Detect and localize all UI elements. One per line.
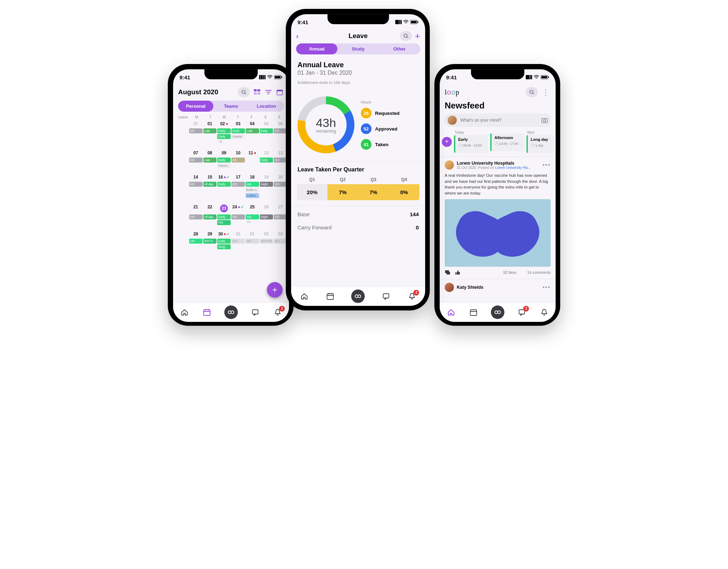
tab-personal[interactable]: Personal [178, 101, 213, 112]
calendar-day[interactable]: 31 [231, 230, 245, 238]
shift-pill[interactable]: Early [260, 128, 273, 133]
calendar-grid[interactable]: 31010203040506DOLateEarlyEarlyLateEarlyD… [173, 120, 289, 249]
add-fab[interactable]: + [267, 282, 283, 298]
shift-pill[interactable]: AM [189, 239, 203, 244]
calendar-day[interactable]: 04 [245, 120, 259, 128]
shift-pill[interactable]: DO [189, 214, 203, 219]
post-more-icon[interactable]: ••• [542, 162, 551, 168]
shift-pill[interactable]: Late [203, 128, 217, 133]
shift-pill[interactable]: Boiler s.. [245, 187, 259, 192]
shift-pill[interactable]: Early [231, 128, 245, 133]
tab-teams[interactable]: Teams [213, 101, 248, 112]
calendar-day[interactable]: 10 [231, 149, 245, 157]
calendar-day[interactable]: 12 [259, 149, 274, 157]
nav-chat-icon[interactable] [381, 291, 391, 301]
nav-calendar-icon[interactable] [202, 307, 212, 317]
shift-pill[interactable]: Early [217, 182, 231, 187]
calendar-day[interactable]: 02 [217, 120, 231, 128]
calendar-day[interactable]: 24✓ [231, 203, 245, 214]
comments-count[interactable]: 14 comments [527, 270, 551, 275]
shift-pill[interactable]: Early [217, 128, 231, 133]
filter-icon[interactable] [264, 90, 273, 95]
nav-calendar-icon[interactable] [325, 291, 335, 301]
shift-pill[interactable]: DO [231, 239, 245, 244]
shift-pill[interactable]: Early [260, 158, 273, 163]
shift-pill[interactable]: AM [246, 182, 259, 187]
like-icon[interactable] [455, 270, 460, 275]
post-more-icon[interactable]: ••• [542, 284, 551, 291]
calendar-day[interactable]: 21 [189, 203, 203, 214]
shift-pill[interactable]: Night [260, 182, 273, 187]
calendar-day[interactable]: 02 [259, 230, 274, 238]
nav-bell-icon[interactable] [539, 307, 549, 317]
shift-pill[interactable]: Surg.. [217, 244, 231, 249]
shift-pill[interactable]: Early [217, 134, 231, 139]
calendar-day[interactable]: 26 [259, 203, 274, 214]
shift-pill[interactable]: Late [246, 128, 259, 133]
back-button[interactable]: ‹ [296, 32, 299, 40]
shift-card[interactable]: Afternoon🕑 14:00 - 17:30 [490, 133, 524, 151]
calendar-day[interactable]: 11 [245, 149, 259, 157]
calendar-day[interactable]: 17 [231, 173, 245, 181]
calendar-day[interactable]: 01 [203, 120, 217, 128]
calendar-day[interactable]: 18 [245, 173, 259, 181]
post-image[interactable] [445, 199, 551, 267]
shift-pill[interactable]: Late [203, 158, 217, 163]
add-shift-button[interactable]: + [442, 137, 452, 147]
shift-pill[interactable]: PM [217, 220, 231, 225]
calendar-day[interactable]: 31 [189, 120, 203, 128]
nav-chat-icon[interactable] [250, 307, 260, 317]
shift-pill[interactable]: All day [203, 214, 217, 219]
nav-loop-icon[interactable] [224, 305, 238, 319]
calendar-day[interactable]: 14 [189, 173, 203, 181]
calendar-day[interactable]: 29 [203, 230, 217, 238]
shift-pill[interactable]: Collect.. [246, 193, 259, 198]
shift-pill[interactable]: Early [217, 158, 231, 163]
add-button[interactable]: + [415, 31, 420, 42]
shift-pill[interactable]: Parent.. [217, 163, 231, 168]
calendar-day[interactable]: 22 [203, 203, 217, 214]
camera-icon[interactable] [541, 117, 548, 123]
nav-home-icon[interactable] [446, 307, 456, 317]
calendar-day[interactable]: 08 [203, 149, 217, 157]
shift-pill[interactable]: DO [274, 214, 287, 219]
shift-pill[interactable]: DO [189, 182, 203, 187]
more-events[interactable]: +2 [217, 139, 231, 144]
shift-pill[interactable]: DO [231, 214, 245, 219]
shift-pill[interactable]: SPA P.. [203, 239, 217, 244]
shift-pill[interactable]: All day [203, 182, 217, 187]
more-events[interactable]: +3 [246, 219, 259, 224]
calendar-day[interactable]: 23 [217, 203, 231, 214]
likes-count[interactable]: 92 likes [503, 270, 516, 275]
shift-pill[interactable]: AM [246, 214, 259, 219]
shift-pill[interactable]: Night [260, 214, 273, 219]
calendar-icon[interactable] [275, 89, 284, 95]
post-author[interactable]: Lorem University Hospitals [457, 161, 540, 166]
shift-pill[interactable]: DO [246, 239, 259, 244]
shift-pill[interactable]: DO [189, 128, 203, 133]
shift-pill[interactable]: DO [231, 182, 245, 187]
tab-annual[interactable]: Annual [296, 43, 337, 54]
post-source-link[interactable]: Lorem University His... [495, 166, 531, 170]
shift-card[interactable]: Wed Long day🕑 1 day [526, 131, 554, 153]
shift-pill[interactable]: Dentist [231, 134, 245, 139]
compose-box[interactable] [444, 113, 551, 127]
nav-home-icon[interactable] [299, 291, 309, 301]
nav-bell-icon[interactable]: 2 [407, 291, 417, 301]
shift-pill[interactable]: Early [217, 239, 231, 244]
nav-home-icon[interactable] [180, 307, 189, 317]
search-button[interactable] [238, 87, 250, 97]
calendar-day[interactable]: 28 [189, 230, 203, 238]
comment-icon[interactable] [445, 270, 450, 275]
calendar-day[interactable]: 30✓ [217, 230, 231, 238]
calendar-day[interactable]: 19 [259, 173, 274, 181]
nav-bell-icon[interactable]: 2 [273, 307, 283, 317]
tab-study[interactable]: Study [337, 43, 379, 54]
shift-pill[interactable]: Early [217, 214, 231, 219]
search-button[interactable] [400, 31, 412, 41]
tab-location[interactable]: Location [249, 101, 284, 112]
compose-input[interactable] [460, 117, 539, 123]
tab-other[interactable]: Other [379, 43, 420, 54]
shift-pill[interactable]: DO [274, 158, 287, 163]
nav-calendar-icon[interactable] [469, 307, 478, 317]
